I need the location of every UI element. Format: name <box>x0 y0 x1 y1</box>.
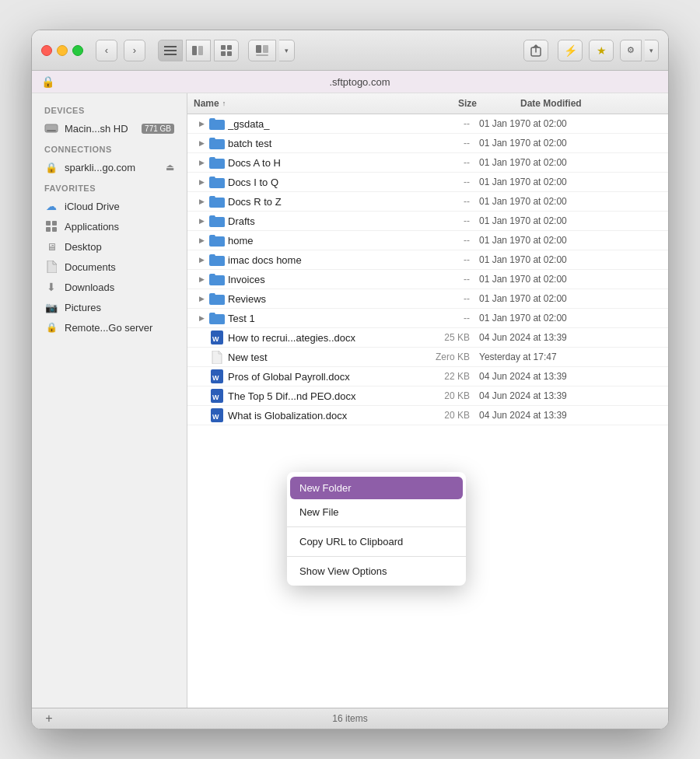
gear-group: ⚙ ▾ <box>620 40 659 61</box>
sidebar-item-desktop[interactable]: 🖥 Desktop <box>32 236 187 257</box>
close-button[interactable] <box>41 45 52 56</box>
disclosure-triangle[interactable]: ▶ <box>194 116 209 131</box>
file-date: 01 Jan 1970 at 02:00 <box>479 293 668 304</box>
sidebar-section-favorites: Favorites <box>32 177 187 196</box>
table-row[interactable]: ▶ Invoices -- 01 Jan 1970 at 02:00 <box>187 270 668 289</box>
file-icon <box>209 194 225 209</box>
gear-button[interactable]: ⚙ <box>620 40 642 61</box>
remote-go-label: Remote...Go server <box>65 322 174 334</box>
context-menu-item[interactable]: Copy URL to Clipboard <box>287 530 466 553</box>
file-size: -- <box>417 313 479 324</box>
sidebar-item-pictures[interactable]: 📷 Pictures <box>32 297 187 317</box>
table-row[interactable]: ▶ home -- 01 Jan 1970 at 02:00 <box>187 231 668 250</box>
file-icon: W <box>209 407 225 423</box>
file-name: How to recrui...ategies..docx <box>228 332 417 344</box>
sidebar-item-icloud[interactable]: ☁ iCloud Drive <box>32 196 187 216</box>
sidebar-item-downloads[interactable]: ⬇ Downloads <box>32 277 187 297</box>
gallery-view-group: ▾ <box>248 40 295 61</box>
file-icon: W <box>209 388 225 404</box>
table-row[interactable]: ▶ batch test -- 01 Jan 1970 at 02:00 <box>187 134 668 153</box>
file-icon <box>209 116 225 131</box>
remote-lock-icon: 🔒 <box>44 320 58 334</box>
desktop-label: Desktop <box>65 241 174 253</box>
sidebar-item-applications[interactable]: Applications <box>32 216 187 236</box>
file-date: 04 Jun 2024 at 13:39 <box>479 371 668 382</box>
status-bar: + 16 items <box>32 708 668 729</box>
sidebar-item-documents[interactable]: Documents <box>32 257 187 277</box>
add-button[interactable]: + <box>41 712 57 726</box>
disclosure-triangle[interactable]: ▶ <box>194 135 209 151</box>
share-button[interactable] <box>523 40 548 61</box>
svg-rect-14 <box>47 130 56 131</box>
file-date: Yesterday at 17:47 <box>479 352 668 362</box>
disclosure-triangle[interactable]: ▶ <box>194 291 209 306</box>
sidebar-item-sparkli-go[interactable]: 🔒 sparkli...go.com ⏏ <box>32 157 187 177</box>
back-button[interactable]: ‹ <box>96 40 117 61</box>
minimize-button[interactable] <box>57 45 68 56</box>
documents-icon <box>44 260 58 274</box>
table-row[interactable]: W What is Globalization.docx 20 KB 04 Ju… <box>187 406 668 425</box>
traffic-lights <box>41 45 83 56</box>
svg-rect-11 <box>256 54 268 56</box>
col-header-date[interactable]: Date Modified <box>514 96 668 110</box>
gear-dropdown-button[interactable]: ▾ <box>645 40 659 61</box>
file-date: 01 Jan 1970 at 02:00 <box>479 196 668 207</box>
disclosure-triangle[interactable]: ▶ <box>194 174 209 190</box>
lightning-button[interactable]: ⚡ <box>558 40 583 61</box>
sidebar-section-connections: Connections <box>32 138 187 157</box>
title-bar: ‹ › <box>32 30 668 71</box>
file-icon: W <box>209 330 225 345</box>
context-menu-item[interactable]: New Folder <box>290 477 463 499</box>
table-row[interactable]: W The Top 5 Dif...nd PEO.docx 20 KB 04 J… <box>187 386 668 406</box>
view-dropdown-button[interactable]: ▾ <box>279 40 295 61</box>
sidebar-item-remote-go[interactable]: 🔒 Remote...Go server <box>32 317 187 338</box>
file-date: 01 Jan 1970 at 02:00 <box>479 313 668 324</box>
table-row[interactable]: W How to recrui...ategies..docx 25 KB 04… <box>187 328 668 348</box>
view-column-button[interactable] <box>186 40 211 61</box>
url-text[interactable]: .sftptogo.com <box>61 76 659 88</box>
view-grid-button[interactable] <box>214 40 239 61</box>
file-size: -- <box>417 293 479 304</box>
file-size: -- <box>417 274 479 285</box>
disclosure-triangle[interactable]: ▶ <box>194 213 209 229</box>
context-menu-item[interactable]: Show View Options <box>287 560 466 582</box>
disclosure-triangle[interactable]: ▶ <box>194 310 209 326</box>
context-menu-item[interactable]: New File <box>287 501 466 523</box>
table-row[interactable]: New test Zero KB Yesterday at 17:47 <box>187 348 668 367</box>
maximize-button[interactable] <box>72 45 83 56</box>
file-size: 20 KB <box>417 410 479 421</box>
file-list: ▶ _gsdata_ -- 01 Jan 1970 at 02:00 ▶ bat… <box>187 114 668 708</box>
file-name: Docs A to H <box>228 157 417 169</box>
table-row[interactable]: W Pros of Global Payroll.docx 22 KB 04 J… <box>187 367 668 386</box>
star-button[interactable]: ★ <box>589 40 614 61</box>
table-row[interactable]: ▶ Docs R to Z -- 01 Jan 1970 at 02:00 <box>187 192 668 212</box>
view-toggle-group <box>158 40 239 61</box>
forward-button[interactable]: › <box>124 40 145 61</box>
col-header-size[interactable]: Size <box>452 96 514 110</box>
table-row[interactable]: ▶ Docs I to Q -- 01 Jan 1970 at 02:00 <box>187 173 668 192</box>
table-row[interactable]: ▶ Docs A to H -- 01 Jan 1970 at 02:00 <box>187 153 668 173</box>
disclosure-triangle[interactable]: ▶ <box>194 271 209 287</box>
eject-icon[interactable]: ⏏ <box>166 162 174 173</box>
drive-icon <box>44 121 58 135</box>
disclosure-triangle[interactable]: ▶ <box>194 233 209 248</box>
table-row[interactable]: ▶ Drafts -- 01 Jan 1970 at 02:00 <box>187 212 668 231</box>
table-row[interactable]: ▶ imac docs home -- 01 Jan 1970 at 02:00 <box>187 250 668 270</box>
col-header-name[interactable]: Name ↑ <box>187 96 452 110</box>
sidebar-item-macintosh-hd[interactable]: Macin...sh HD 771 GB <box>32 118 187 138</box>
view-list-button[interactable] <box>158 40 183 61</box>
table-row[interactable]: ▶ _gsdata_ -- 01 Jan 1970 at 02:00 <box>187 114 668 134</box>
applications-icon <box>44 219 58 233</box>
disclosure-triangle <box>194 407 209 423</box>
file-name: batch test <box>228 138 417 149</box>
disclosure-triangle[interactable]: ▶ <box>194 252 209 268</box>
file-icon <box>209 271 225 287</box>
table-row[interactable]: ▶ Test 1 -- 01 Jan 1970 at 02:00 <box>187 309 668 328</box>
view-gallery-button[interactable] <box>248 40 276 61</box>
table-row[interactable]: ▶ Reviews -- 01 Jan 1970 at 02:00 <box>187 289 668 309</box>
main-content: Devices Macin...sh HD 771 GB Connections… <box>32 93 668 708</box>
disclosure-triangle[interactable]: ▶ <box>194 194 209 209</box>
disclosure-triangle <box>194 369 209 384</box>
file-size: -- <box>417 157 479 168</box>
disclosure-triangle[interactable]: ▶ <box>194 155 209 170</box>
